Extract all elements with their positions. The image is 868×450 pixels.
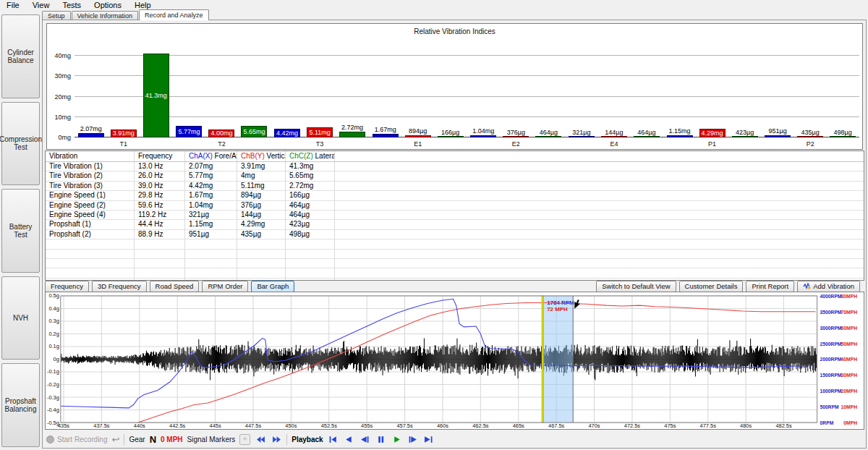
table-row[interactable]: Engine Speed (1)29.8 Hz1.67mg894µg166µg — [46, 191, 864, 200]
table-cell: Engine Speed (1) — [46, 191, 135, 200]
bar-group-e2: 1.04mg376µg464µgE2 — [470, 38, 561, 137]
bar-slot: 1.04mg — [470, 38, 496, 137]
bar-category-label: T3 — [316, 140, 324, 148]
skip-start-icon — [328, 435, 338, 444]
table-row[interactable]: Engine Speed (2)59.6 Hz1.04mg376µg464µg — [46, 201, 864, 211]
rpm-order-button[interactable]: RPM Order — [202, 281, 248, 292]
start-recording-label: Start Recording — [57, 436, 107, 443]
table-cell: Propshaft (2) — [46, 230, 135, 239]
playback-step-back-button[interactable] — [359, 433, 371, 445]
add-vibration-button[interactable]: Add Vibration — [797, 281, 860, 292]
mph-axis-tick: 20MPH — [841, 389, 858, 394]
accel-y-tick: 0.2g — [48, 331, 59, 337]
sidebar-item-cylinder-balance[interactable]: Cylinder Balance — [1, 14, 40, 98]
switch-to-default-view-button[interactable]: Switch to Default View — [596, 281, 676, 292]
table-cell-empty — [286, 239, 335, 248]
bar-value-label: 41.3mg — [140, 54, 173, 137]
add-vibration-label: Add Vibration — [813, 281, 854, 291]
mph-axis-tick: 30MPH — [841, 373, 858, 378]
bar-chart-panel: Relative Vibration Indices 0mg10mg20mg30… — [46, 23, 863, 150]
table-cell-filler — [335, 220, 864, 229]
rew2-icon — [256, 435, 265, 444]
separator — [286, 434, 287, 445]
menu-tests[interactable]: Tests — [56, 0, 88, 10]
switch-to-default-view-label: Switch to Default View — [602, 281, 670, 291]
bar-chart-y-tick: 10mg — [54, 114, 71, 121]
sidebar-item-propshaft-balancing[interactable]: Propshaft Balancing — [1, 363, 40, 447]
table-row[interactable]: Tire Vibration (2)26.0 Hz5.77mg4mg5.65mg — [46, 171, 864, 181]
marker-line[interactable] — [542, 296, 544, 423]
marker-selection-band[interactable] — [542, 296, 573, 423]
table-cell-empty — [185, 250, 237, 258]
time-x-tick: 440s — [134, 423, 145, 428]
table-row[interactable]: Propshaft (2)88.9 Hz951µg435µg498µg — [46, 230, 864, 239]
table-cell-empty — [135, 268, 185, 277]
bar-slot: 4.42mg — [274, 38, 300, 137]
table-row[interactable]: Tire Vibration (1)13.0 Hz2.07mg3.91mg41.… — [46, 162, 864, 171]
table-cell-empty — [46, 259, 135, 268]
bar-e4-series-0 — [569, 136, 595, 137]
bar-slot: 41.3mg — [143, 38, 169, 137]
table-cell: 166µg — [286, 191, 335, 200]
markers-prev-button[interactable] — [255, 433, 266, 445]
print-report-button[interactable]: Print Report — [746, 281, 794, 292]
bar-category-label: E2 — [512, 140, 520, 148]
sidebar-item-compression-test[interactable]: Compression Test — [1, 102, 40, 186]
bar-slot: 5.77mg — [176, 38, 202, 137]
sidebar-item-battery-test[interactable]: Battery Test — [1, 189, 40, 273]
view-button-row: Frequency3D FrequencyRoad SpeedRPM Order… — [45, 281, 863, 292]
table-header-chc-z: ChC(Z) Lateral — [286, 151, 335, 161]
playback-prev-button[interactable] — [344, 433, 355, 445]
sidebar-item-nvh[interactable]: NVH — [1, 276, 40, 360]
menu-help[interactable]: Help — [128, 0, 158, 10]
playback-skip-start-button[interactable] — [328, 433, 339, 445]
table-cell-filler — [335, 201, 864, 210]
step-fwd-icon — [408, 435, 417, 444]
bar-graph-button[interactable]: Bar Graph — [251, 281, 294, 292]
time-x-tick: 442.5s — [169, 423, 186, 428]
table-cell-filler — [335, 230, 864, 239]
mph-axis-tick: 10MPH — [841, 404, 858, 409]
table-cell-empty — [237, 268, 286, 277]
menu-file[interactable]: File — [0, 0, 26, 10]
playback-skip-end-button[interactable] — [423, 433, 435, 445]
playback-pause-button[interactable] — [375, 433, 387, 445]
table-cell: Tire Vibration (2) — [46, 171, 135, 180]
road-speed-button[interactable]: Road Speed — [150, 281, 200, 292]
time-chart-panel[interactable]: 435s437.5s440s442.5s445s447.5s450s452.5s… — [45, 292, 864, 430]
time-x-tick: 465s — [513, 423, 524, 428]
menu-options[interactable]: Options — [88, 0, 128, 10]
header-channel-label: ChA(X) — [189, 152, 213, 160]
menu-view[interactable]: View — [26, 0, 56, 10]
tab-strip: SetupVehicle InformationRecord and Analy… — [42, 10, 209, 20]
3d-frequency-button[interactable]: 3D Frequency — [92, 281, 147, 292]
table-cell: 435µg — [237, 230, 286, 239]
header-channel-label: ChC(Z) — [289, 152, 313, 160]
table-row[interactable]: Propshaft (1)44.4 Hz1.15mg4.29mg423µg — [46, 220, 864, 229]
accel-y-tick: 0g — [54, 356, 59, 362]
time-x-tick: 480s — [740, 423, 752, 428]
table-cell: 144µg — [237, 211, 286, 219]
table-cell: 1.15mg — [185, 220, 237, 229]
table-row[interactable]: Engine Speed (4)119.2 Hz321µg144µg464µg — [46, 211, 864, 220]
table-cell-empty — [46, 250, 135, 258]
bar-slot: 5.11mg — [307, 38, 333, 137]
bar-chart-groups: 2.07mg3.91mg41.3mgT15.77mg4.00mg5.65mgT2… — [75, 38, 859, 137]
table-row[interactable]: Tire Vibration (3)39.0 Hz4.42mg5.11mg2.7… — [46, 182, 864, 191]
start-recording-button: Start Recording — [46, 436, 107, 443]
bar-e4-series-1 — [601, 136, 627, 137]
frequency-button[interactable]: Frequency — [45, 281, 89, 292]
customer-details-button[interactable]: Customer Details — [679, 281, 744, 292]
bar-category-label: E1 — [414, 140, 422, 148]
bar-e2-series-1 — [503, 136, 529, 137]
table-cell: 951µg — [185, 230, 237, 239]
markers-next-button[interactable] — [271, 433, 282, 445]
add-marker-button[interactable]: + — [239, 434, 250, 445]
playback-play-button[interactable] — [391, 433, 403, 445]
rpm-axis-tick: 2500RPM — [820, 341, 842, 347]
table-cell: 321µg — [185, 211, 237, 219]
tab-record-and-analyze[interactable]: Record and Analyze — [139, 9, 209, 20]
playback-step-fwd-button[interactable] — [407, 433, 419, 445]
table-cell-empty — [135, 259, 185, 268]
accel-y-tick: -0.1g — [47, 368, 59, 375]
